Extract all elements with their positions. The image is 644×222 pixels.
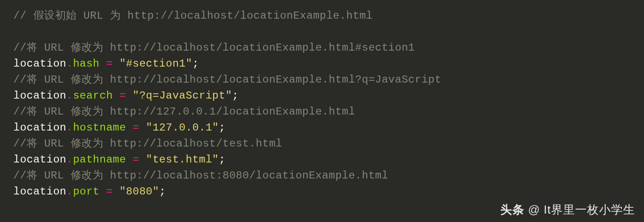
code-block: // 假设初始 URL 为 http://localhost/locationE… — [13, 8, 631, 200]
code-object: location — [13, 58, 66, 70]
watermark-at: @ — [528, 201, 540, 218]
code-line: //将 URL 修改为 http://localhost/test.html — [13, 136, 631, 152]
watermark-author: It界里一枚小学生 — [544, 201, 635, 218]
code-string: "test.html" — [146, 154, 219, 166]
code-line: //将 URL 修改为 http://localhost/locationExa… — [13, 40, 631, 56]
code-line: location.port = "8080"; — [13, 184, 631, 200]
code-comment: //将 URL 修改为 http://localhost/locationExa… — [13, 42, 415, 54]
code-object: location — [13, 154, 66, 166]
code-dot: . — [66, 90, 73, 102]
code-line: //将 URL 修改为 http://127.0.0.1/locationExa… — [13, 104, 631, 120]
code-line: //将 URL 修改为 http://localhost:8080/locati… — [13, 168, 631, 184]
watermark-label: 头条 — [500, 201, 524, 218]
code-semicolon: ; — [159, 186, 166, 198]
code-property: hostname — [73, 122, 126, 134]
code-object: location — [13, 90, 66, 102]
code-comment: //将 URL 修改为 http://localhost/locationExa… — [13, 74, 441, 86]
code-line: location.hash = "#section1"; — [13, 56, 631, 72]
code-property: search — [73, 90, 113, 102]
code-string: "127.0.0.1" — [146, 122, 219, 134]
code-line: // 假设初始 URL 为 http://localhost/locationE… — [13, 8, 631, 24]
code-operator: = — [106, 58, 113, 70]
code-comment: //将 URL 修改为 http://127.0.0.1/locationExa… — [13, 106, 355, 118]
code-line — [13, 24, 631, 40]
code-dot: . — [66, 122, 73, 134]
code-operator: = — [133, 154, 139, 166]
code-semicolon: ; — [219, 154, 225, 166]
code-semicolon: ; — [232, 90, 239, 102]
code-line: //将 URL 修改为 http://localhost/locationExa… — [13, 72, 631, 88]
code-semicolon: ; — [192, 58, 199, 70]
code-dot: . — [66, 186, 73, 198]
code-line: location.hostname = "127.0.0.1"; — [13, 120, 631, 136]
code-string: "8080" — [119, 186, 159, 198]
code-property: hash — [73, 58, 100, 70]
code-comment: //将 URL 修改为 http://localhost/test.html — [13, 138, 282, 150]
code-dot: . — [66, 58, 73, 70]
code-string: "?q=JavaScript" — [133, 90, 232, 102]
code-comment: // 假设初始 URL 为 http://localhost/locationE… — [13, 10, 373, 22]
code-operator: = — [119, 90, 126, 102]
code-object: location — [13, 122, 66, 134]
code-object: location — [13, 186, 66, 198]
code-operator: = — [133, 122, 139, 134]
code-comment: //将 URL 修改为 http://localhost:8080/locati… — [13, 170, 388, 182]
code-line: location.search = "?q=JavaScript"; — [13, 88, 631, 104]
code-operator: = — [106, 186, 113, 198]
code-property: port — [73, 186, 100, 198]
code-property: pathname — [73, 154, 126, 166]
code-line: location.pathname = "test.html"; — [13, 152, 631, 168]
code-semicolon: ; — [219, 122, 225, 134]
code-dot: . — [66, 154, 73, 166]
code-string: "#section1" — [119, 58, 192, 70]
watermark: 头条 @ It界里一枚小学生 — [500, 201, 635, 218]
